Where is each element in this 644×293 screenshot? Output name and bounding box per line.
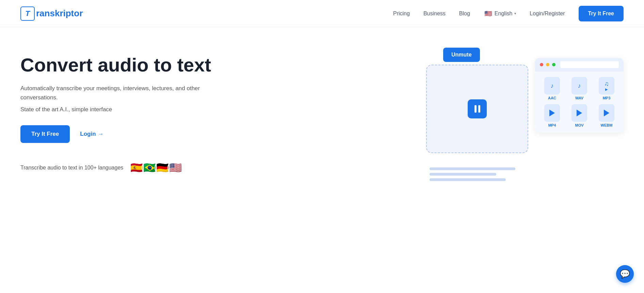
transcript-line <box>430 178 506 181</box>
logo[interactable]: T ranskriptor <box>20 6 83 21</box>
languages-row: Transcribe audio to text in 100+ languag… <box>20 160 225 176</box>
hero-title: Convert audio to text <box>20 54 225 76</box>
unmute-button[interactable]: Unmute <box>443 48 480 62</box>
transcript-line <box>430 173 496 176</box>
play-triangle-icon <box>604 110 609 116</box>
music-note-icon: ♪ <box>551 82 554 89</box>
flag-group: 🇪🇸 🇧🇷 🇩🇪 🇺🇸 <box>129 160 183 176</box>
play-triangle-icon <box>549 110 555 116</box>
chat-icon: 💬 <box>620 269 630 279</box>
wav-icon: ♪ <box>571 77 587 95</box>
pause-button[interactable] <box>468 99 487 118</box>
login-register-link[interactable]: Login/Register <box>530 11 565 17</box>
music-note-icon: ♫ <box>604 80 609 87</box>
file-grid: ♪ AAC ♪ WAV ♫ ▶ MP3 <box>535 71 624 133</box>
file-card-header <box>535 58 624 71</box>
file-search-bar <box>560 61 619 68</box>
window-max-dot <box>552 63 556 66</box>
language-flag: 🇺🇸 <box>484 9 493 18</box>
mov-icon <box>571 104 587 122</box>
mov-label: MOV <box>575 123 583 127</box>
hero-buttons: Try It Free Login → <box>20 125 225 143</box>
navbar: T ranskriptor Pricing Business Blog 🇺🇸 E… <box>0 0 644 27</box>
aac-icon: ♪ <box>544 77 560 95</box>
window-close-dot <box>540 63 543 66</box>
chevron-down-icon: ▾ <box>514 12 516 15</box>
pause-icon <box>474 105 480 113</box>
webm-icon <box>599 104 614 122</box>
nav-pricing[interactable]: Pricing <box>393 11 410 17</box>
player-card <box>426 65 528 153</box>
webm-label: WEBM <box>601 123 613 127</box>
hero-section: Convert audio to text Automatically tran… <box>0 27 644 204</box>
music-note-icon: ♪ <box>578 82 581 89</box>
file-item-mp4: MP4 <box>541 104 564 127</box>
hero-login-link[interactable]: Login → <box>80 131 103 137</box>
wav-label: WAV <box>575 96 583 100</box>
hero-try-free-button[interactable]: Try It Free <box>20 125 70 143</box>
mp4-icon <box>544 104 560 122</box>
logo-icon: T <box>20 6 35 21</box>
play-triangle-icon <box>577 110 582 116</box>
transcript-line <box>430 167 515 170</box>
chat-bubble[interactable]: 💬 <box>616 265 634 283</box>
hero-illustration: Unmute <box>426 48 624 191</box>
logo-text: ranskriptor <box>36 8 83 19</box>
file-item-aac: ♪ AAC <box>541 77 564 100</box>
nav-business[interactable]: Business <box>423 11 446 17</box>
nav-blog[interactable]: Blog <box>459 11 470 17</box>
hero-feature: State of the art A.I., simple interface <box>20 106 225 113</box>
file-item-mp3: ♫ ▶ MP3 <box>595 77 618 100</box>
file-item-wav: ♪ WAV <box>568 77 591 100</box>
hero-left: Convert audio to text Automatically tran… <box>20 48 225 176</box>
languages-text: Transcribe audio to text in 100+ languag… <box>20 165 123 171</box>
mp3-label: MP3 <box>603 96 611 100</box>
file-item-webm: WEBM <box>595 104 618 127</box>
aac-label: AAC <box>548 96 556 100</box>
language-selector[interactable]: 🇺🇸 English ▾ <box>484 9 516 18</box>
nav-try-free-button[interactable]: Try It Free <box>579 6 624 21</box>
flag-usa: 🇺🇸 <box>167 160 183 176</box>
file-browser-card: ♪ AAC ♪ WAV ♫ ▶ MP3 <box>535 58 624 133</box>
arrow-icon: → <box>98 131 104 137</box>
hero-subtitle: Automatically transcribe your meetings, … <box>20 84 225 102</box>
transcript-lines <box>430 167 525 184</box>
mp4-label: MP4 <box>548 123 556 127</box>
file-item-mov: MOV <box>568 104 591 127</box>
nav-links: Pricing Business Blog 🇺🇸 English ▾ Login… <box>393 6 624 21</box>
window-min-dot <box>546 63 549 66</box>
mp3-icon: ♫ ▶ <box>599 77 614 95</box>
language-label: English <box>495 11 512 17</box>
